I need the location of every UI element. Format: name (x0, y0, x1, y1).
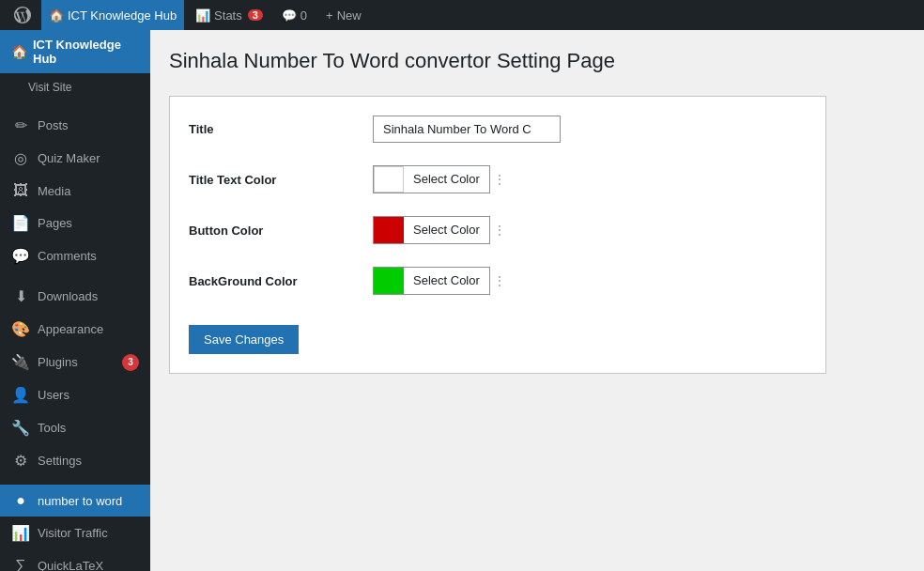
comments-icon: 💬 (282, 8, 297, 23)
button-color-label: Button Color (189, 224, 358, 238)
site-icon: 🏠 (49, 8, 64, 23)
sidebar-item-visitor-traffic[interactable]: 📊 Visitor Traffic (0, 517, 150, 549)
sidebar-item-users[interactable]: 👤 Users (0, 378, 150, 411)
downloads-icon: ⬇ (11, 287, 30, 305)
number-to-word-icon: ● (11, 492, 30, 509)
appearance-icon: 🎨 (11, 320, 30, 338)
layout: 🏠 ICT Knowledge Hub Visit Site ✏ Posts ◎… (0, 30, 924, 571)
admin-bar-stats[interactable]: 📊 Stats 3 (188, 0, 270, 30)
quicklatex-icon: ∑ (11, 557, 30, 571)
button-color-select-label: Select Color (404, 217, 489, 243)
background-color-control: Select Color ⋮ (373, 267, 509, 295)
visitor-traffic-icon: 📊 (11, 524, 30, 542)
admin-bar-new[interactable]: + New (318, 0, 369, 30)
admin-bar-comments[interactable]: 💬 0 (274, 0, 315, 30)
title-text-color-picker[interactable]: Select Color (373, 165, 490, 193)
wp-logo-button[interactable] (8, 0, 38, 30)
settings-icon: ⚙ (11, 452, 30, 470)
wp-logo-icon (14, 7, 31, 23)
button-color-arrow-icon: ⋮ (494, 224, 509, 237)
page-title: Sinhala Number To Word convertor Setting… (169, 49, 905, 73)
plugins-badge: 3 (122, 354, 139, 371)
background-color-picker[interactable]: Select Color (373, 267, 490, 295)
button-color-control: Select Color ⋮ (373, 216, 509, 244)
users-icon: 👤 (11, 386, 30, 404)
title-row: Title (189, 116, 807, 143)
title-text-color-select-label: Select Color (404, 166, 489, 193)
sidebar-item-settings[interactable]: ⚙ Settings (0, 444, 150, 477)
plugins-icon: 🔌 (11, 353, 30, 371)
main-content: Sinhala Number To Word convertor Setting… (150, 30, 924, 571)
sidebar-item-posts[interactable]: ✏ Posts (0, 109, 150, 142)
sidebar-item-quicklatex[interactable]: ∑ QuickLaTeX (0, 549, 150, 571)
stats-count-badge: 3 (248, 9, 263, 21)
background-color-row: BackGround Color Select Color ⋮ (189, 267, 807, 295)
sidebar-item-number-to-word[interactable]: ● number to word (0, 485, 150, 517)
title-input[interactable] (373, 116, 561, 143)
comments-nav-icon: 💬 (11, 247, 30, 265)
sidebar: 🏠 ICT Knowledge Hub Visit Site ✏ Posts ◎… (0, 30, 150, 571)
admin-bar: 🏠 ICT Knowledge Hub 📊 Stats 3 💬 0 + New (0, 0, 924, 30)
sidebar-item-plugins[interactable]: 🔌 Plugins 3 (0, 346, 150, 378)
sidebar-item-pages[interactable]: 📄 Pages (0, 207, 150, 239)
settings-form: Title Title Text Color Select Color ⋮ (169, 96, 826, 374)
sidebar-item-appearance[interactable]: 🎨 Appearance (0, 313, 150, 346)
title-text-color-arrow-icon: ⋮ (494, 173, 509, 186)
button-color-row: Button Color Select Color ⋮ (189, 216, 807, 244)
title-label: Title (189, 122, 358, 136)
media-icon: 🖼 (11, 182, 30, 199)
save-changes-button[interactable]: Save Changes (189, 325, 299, 354)
tools-icon: 🔧 (11, 419, 30, 437)
pages-icon: 📄 (11, 214, 30, 232)
background-color-select-label: Select Color (404, 268, 489, 294)
sidebar-item-downloads[interactable]: ⬇ Downloads (0, 280, 150, 313)
sidebar-item-tools[interactable]: 🔧 Tools (0, 411, 150, 444)
sidebar-item-comments[interactable]: 💬 Comments (0, 239, 150, 272)
background-color-label: BackGround Color (189, 274, 358, 288)
button-color-swatch (374, 217, 404, 243)
title-control (373, 116, 561, 143)
sidebar-item-quiz-maker[interactable]: ◎ Quiz Maker (0, 142, 150, 175)
sidebar-site-icon: 🏠 (11, 44, 27, 59)
stats-icon: 📊 (195, 8, 210, 23)
title-text-color-label: Title Text Color (189, 173, 358, 187)
background-color-arrow-icon: ⋮ (494, 274, 509, 287)
title-text-color-control: Select Color ⋮ (373, 165, 509, 193)
title-text-color-row: Title Text Color Select Color ⋮ (189, 165, 807, 193)
posts-icon: ✏ (11, 116, 30, 134)
background-color-swatch (374, 268, 404, 294)
sidebar-site-name[interactable]: 🏠 ICT Knowledge Hub (0, 30, 150, 73)
plus-icon: + (326, 8, 333, 23)
admin-bar-site-name[interactable]: 🏠 ICT Knowledge Hub (41, 0, 184, 30)
title-text-color-swatch (374, 166, 404, 193)
sidebar-item-media[interactable]: 🖼 Media (0, 175, 150, 207)
visit-site-link[interactable]: Visit Site (0, 73, 150, 101)
quiz-maker-icon: ◎ (11, 149, 30, 167)
button-color-picker[interactable]: Select Color (373, 216, 490, 244)
